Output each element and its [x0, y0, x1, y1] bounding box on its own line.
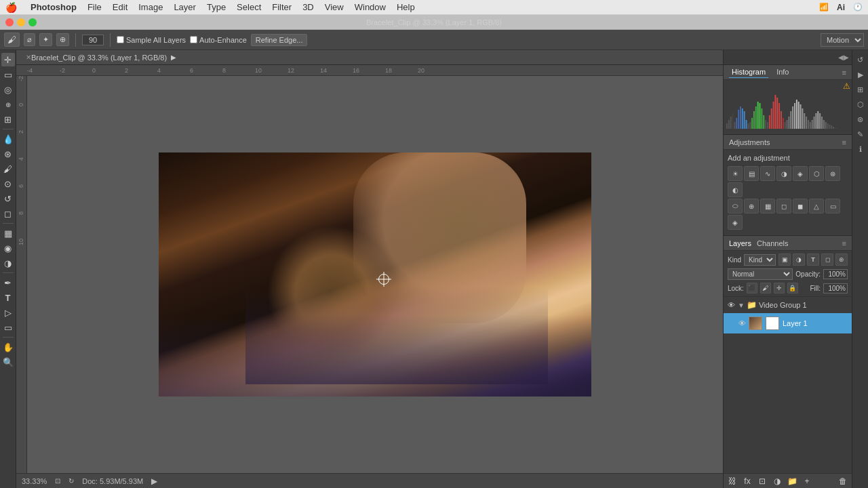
menu-view[interactable]: View	[325, 2, 344, 12]
layer-effect-btn[interactable]: fx	[741, 475, 753, 487]
adj-photofilter-btn[interactable]: ⬭	[728, 199, 743, 214]
lock-position-btn[interactable]: ✛	[774, 283, 785, 293]
motion-dropdown[interactable]: Motion	[821, 33, 864, 47]
blend-mode-select[interactable]: Normal	[728, 268, 793, 280]
adj-threshold-btn[interactable]: △	[809, 199, 824, 214]
path-tool[interactable]: ▷	[1, 306, 15, 319]
menu-file[interactable]: File	[87, 2, 102, 12]
lock-all-btn[interactable]: 🔒	[787, 283, 798, 293]
menu-image[interactable]: Image	[138, 2, 163, 12]
close-doc-btn[interactable]: ✕	[26, 54, 31, 61]
menu-type[interactable]: Type	[207, 2, 226, 12]
app-name-menu[interactable]: Photoshop	[31, 2, 77, 12]
minimize-button[interactable]	[17, 18, 25, 26]
layer-mask-btn[interactable]: ⊡	[756, 475, 768, 487]
layer-smart-btn[interactable]: ⊛	[835, 253, 848, 266]
crop-tool[interactable]: ⊞	[1, 113, 15, 126]
layer-item-row[interactable]: 👁 Layer 1	[724, 313, 852, 333]
opacity-input[interactable]	[823, 269, 848, 279]
quick-select-tool[interactable]: ⊕	[1, 98, 15, 111]
blur-tool[interactable]: ◉	[1, 241, 15, 255]
pen-tool[interactable]: ✒	[1, 276, 15, 289]
quick-select-btn[interactable]: ⌀	[24, 33, 35, 46]
menu-help[interactable]: Help	[397, 2, 415, 12]
maximize-button[interactable]	[28, 18, 37, 26]
group-expand-icon[interactable]: ▼	[738, 302, 745, 309]
layer-shape-btn[interactable]: ◻	[821, 253, 833, 266]
canvas-container[interactable]	[27, 76, 723, 473]
tab-histogram[interactable]: Histogram	[729, 66, 768, 78]
brush-size-input[interactable]	[82, 35, 104, 45]
edge-info-btn[interactable]: ℹ	[854, 142, 867, 156]
adj-colorbalance-btn[interactable]: ⊛	[825, 166, 840, 181]
edge-history-btn[interactable]: ↺	[854, 53, 867, 66]
lock-pixel-btn[interactable]: ⬛	[747, 283, 757, 293]
layers-kind-select[interactable]: Kind	[744, 254, 776, 266]
lock-image-btn[interactable]: 🖌	[760, 283, 771, 293]
text-tool[interactable]: T	[1, 291, 15, 304]
zoom-tool[interactable]: 🔍	[1, 355, 15, 369]
layer-delete-btn[interactable]: 🗑	[837, 475, 849, 487]
edge-notes-btn[interactable]: ✎	[854, 127, 867, 141]
history-tool[interactable]: ↺	[1, 192, 15, 205]
clone-tool[interactable]: ⊙	[1, 177, 15, 190]
panel-expand-icon[interactable]: ◀▶	[838, 54, 849, 61]
menu-3d[interactable]: 3D	[302, 2, 314, 12]
adj-posterize-btn[interactable]: ◼	[793, 199, 808, 214]
adj-channelmixer-btn[interactable]: ⊕	[744, 199, 759, 214]
tab-info[interactable]: Info	[774, 66, 791, 78]
hand-tool[interactable]: ✋	[1, 340, 15, 354]
adj-brightness-btn[interactable]: ☀	[728, 166, 743, 181]
rotate-btn[interactable]: ↻	[68, 477, 74, 485]
refine-edge-button[interactable]: Refine Edge...	[251, 34, 308, 46]
marquee-tool[interactable]: ▭	[1, 68, 15, 81]
layers-menu-icon[interactable]: ≡	[842, 239, 846, 247]
play-doc-btn[interactable]: ▶	[171, 54, 176, 61]
gradient-tool[interactable]: ▦	[1, 226, 15, 240]
layer-group-btn[interactable]: 📁	[786, 475, 798, 487]
heal-tool[interactable]: ⊛	[1, 147, 15, 161]
layer-pixel-btn[interactable]: ▣	[778, 253, 791, 266]
lasso-tool[interactable]: ◎	[1, 83, 15, 96]
adj-levels-btn[interactable]: ▤	[744, 166, 759, 181]
layer-type-btn[interactable]: T	[807, 253, 819, 266]
adj-curves-btn[interactable]: ∿	[760, 166, 775, 181]
menu-filter[interactable]: Filter	[272, 2, 292, 12]
shape-tool[interactable]: ▭	[1, 321, 15, 334]
brush-tool-btn[interactable]: 🖌	[4, 33, 20, 47]
histogram-menu-icon[interactable]: ≡	[842, 68, 846, 77]
close-button[interactable]	[5, 18, 14, 26]
edge-measure-btn[interactable]: ⊛	[854, 113, 867, 126]
menu-edit[interactable]: Edit	[113, 2, 127, 12]
eraser-tool[interactable]: ◻	[1, 207, 15, 220]
dodge-tool[interactable]: ◑	[1, 256, 15, 270]
auto-enhance-checkbox[interactable]	[190, 36, 197, 43]
sample-all-checkbox[interactable]	[117, 36, 124, 43]
layer-link-btn[interactable]: ⛓	[726, 475, 738, 487]
fill-input[interactable]	[823, 283, 848, 293]
layer-new-btn[interactable]: +	[801, 475, 813, 487]
brush-tool[interactable]: 🖌	[1, 162, 15, 176]
layer-visibility-eye[interactable]: 👁	[737, 319, 747, 328]
layer-group-row[interactable]: 👁 ▼ 📁 Video Group 1	[724, 297, 852, 313]
refine-btn[interactable]: ⊕	[56, 33, 69, 46]
eyedropper-tool[interactable]: 💧	[1, 132, 15, 146]
magic-wand-btn[interactable]: ✦	[39, 33, 52, 46]
fit-screen-btn[interactable]: ⊡	[55, 477, 60, 485]
layer-adj-btn[interactable]: ◑	[771, 475, 783, 487]
adj-vibrance-btn[interactable]: ◈	[793, 166, 808, 181]
menu-layer[interactable]: Layer	[174, 2, 196, 12]
tab-layers[interactable]: Layers	[729, 239, 751, 247]
edge-3d-btn[interactable]: ⬡	[854, 98, 867, 111]
menu-select[interactable]: Select	[237, 2, 261, 12]
adj-exposure-btn[interactable]: ◑	[776, 166, 791, 181]
adj-hsl-btn[interactable]: ⬡	[809, 166, 824, 181]
move-tool[interactable]: ✛	[1, 53, 15, 66]
group-visibility-eye[interactable]: 👁	[726, 300, 736, 310]
play-status-btn[interactable]: ▶	[151, 476, 157, 486]
adj-bw-btn[interactable]: ◐	[728, 182, 743, 197]
adj-selectivecolor-btn[interactable]: ◈	[728, 215, 743, 230]
apple-menu[interactable]: 🍎	[5, 2, 17, 13]
adjustments-menu-icon[interactable]: ≡	[842, 138, 846, 146]
edge-play-btn[interactable]: ▶	[854, 68, 867, 81]
